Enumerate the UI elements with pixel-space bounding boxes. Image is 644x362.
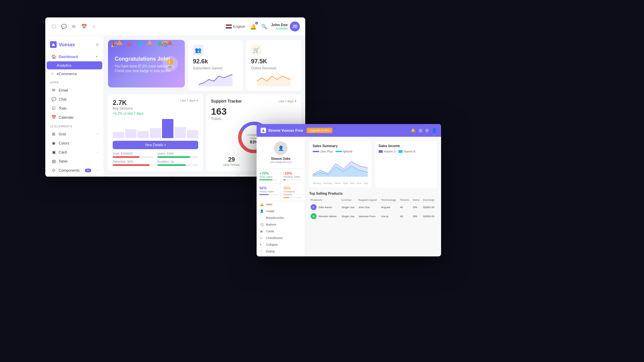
subscribers-value: 92.6k: [193, 58, 238, 65]
star-icon[interactable]: ☆: [91, 23, 97, 29]
svg-marker-5: [157, 41, 162, 46]
goal-section2: Retention: 90% Duration: 1yr: [113, 160, 198, 166]
sales-summary-chart: [313, 155, 368, 181]
overlay-menu-dialog[interactable]: □ Dialog: [257, 248, 305, 255]
top-selling-table: Products License Support Agent Technolog…: [309, 197, 437, 221]
xiaomib-legend: Xiaomi B: [398, 150, 416, 153]
overlay-user-avatar: 👤: [274, 141, 287, 155]
monthly-sales-bar: [283, 179, 302, 180]
sessions-change: +5.2% vs last 7 days: [113, 112, 198, 115]
view-details-button[interactable]: View Details »: [113, 141, 198, 149]
sidebar-item-colors[interactable]: ◉ Colors: [47, 139, 102, 147]
total-sales-value: +70%: [259, 171, 278, 175]
orders-stat-card: 🛒 97.5K Orders Received: [246, 40, 301, 91]
overlay-menu-avatar[interactable]: 👤 Avatar: [257, 208, 305, 215]
topbar: ☐ 💬 ✉ 📅 ☆ English 🔔 1 🔍 John Doe: [45, 17, 305, 36]
sales-summary-labels: January February March April May June Ju…: [313, 182, 368, 184]
chat-bubble-icon[interactable]: 💬: [61, 23, 67, 29]
overlay-menu-cards[interactable]: ▣ Cards: [257, 228, 305, 235]
language-selector[interactable]: English: [226, 24, 245, 28]
components-badge: 21: [85, 169, 91, 172]
goal-section: Goal: $100000 Users: 100K: [113, 152, 198, 158]
sidebar-analytics-label: Analytics: [57, 63, 71, 67]
sidebar-item-table[interactable]: ▤ Table: [47, 157, 102, 166]
sessions-last-days[interactable]: Last 7 days ▾: [180, 99, 198, 102]
flag-icon: [226, 24, 232, 28]
subscribers-label: Subscribers Gained: [193, 66, 238, 70]
support-last-days[interactable]: Last 7 days ▾: [278, 99, 297, 104]
sidebar-card-label: Card: [59, 150, 67, 154]
checkboxes-label: Checkboxes: [266, 236, 283, 240]
notification-button[interactable]: 🔔 1: [249, 22, 257, 31]
sidebar-item-todo[interactable]: ☑ Todo: [47, 104, 102, 113]
oneplus-dot: [313, 151, 319, 152]
overlay-menu-collapse[interactable]: ▾ Collapse: [257, 241, 305, 248]
sidebar-components-label: Components: [59, 168, 79, 172]
overlay-menu-divider[interactable]: — Divider: [257, 255, 305, 256]
sessions-value: 2.7K: [113, 99, 133, 107]
overlay-logo-text: Xtreme Vuesax Free: [268, 128, 303, 132]
license-1: Single Use: [340, 203, 357, 212]
overlay-settings-icon[interactable]: ⚙: [425, 128, 429, 133]
todo-icon: ☑: [51, 106, 56, 111]
company-growth-fill: [283, 197, 289, 198]
search-icon[interactable]: 🔍: [261, 24, 267, 29]
sales-income-legend: Xiaomi S Xiaomi B: [379, 150, 434, 153]
sidebar-settings-icon[interactable]: ⚙: [96, 43, 99, 47]
col-products: Products: [309, 197, 340, 203]
checkbox-icon[interactable]: ☐: [51, 23, 57, 29]
sidebar-item-chat[interactable]: 💬 Chat: [47, 95, 102, 104]
overlay-grid-icon[interactable]: ⊞: [419, 128, 422, 133]
xiaomis-label: Xiaomi S: [384, 150, 396, 153]
sales-income-title: Sales Income: [379, 144, 434, 148]
oneplus-legend: One Plus: [313, 150, 333, 153]
user-avatar[interactable]: JD: [290, 21, 300, 32]
sidebar-item-components[interactable]: ⊙ Components 21 ›: [47, 166, 102, 175]
buttons-icon: ⬜: [260, 223, 264, 226]
svg-marker-6: [167, 40, 172, 45]
user-name-block: John Doe Available: [271, 23, 288, 30]
overlay-user-icon[interactable]: 👤: [432, 128, 437, 133]
upgrade-button[interactable]: Upgrade to Pro: [307, 128, 332, 133]
new-tickets-value: 29: [211, 156, 252, 163]
overlay-menu-breadcrumbs[interactable]: › Breadcrumbs: [257, 215, 305, 221]
earnings-1: $2850.06: [422, 203, 437, 212]
goal-fill: [113, 156, 140, 158]
sidebar-item-card[interactable]: ▣ Card ›: [47, 148, 102, 157]
goal-bar: [113, 156, 154, 158]
sales-1: 356: [411, 203, 422, 212]
overlay-menu-buttons[interactable]: ⬜ Buttons: [257, 221, 305, 228]
bar1: [113, 132, 124, 138]
overlay-menu-checkboxes[interactable]: ☑ Checkboxes: [257, 235, 305, 241]
user-info[interactable]: John Doe Available JD: [271, 21, 300, 32]
product-1-avatar: E: [311, 204, 317, 210]
overlay-stat-monthly-sales: -10% Monthly Sales: [281, 169, 305, 183]
subscribers-chart: [193, 73, 238, 86]
sidebar-item-email[interactable]: ✉ Email: [47, 86, 102, 95]
topbar-right: English 🔔 1 🔍 John Doe Available JD: [226, 21, 300, 32]
sessions-title-block: 2.7K Avg Sessions: [113, 99, 133, 110]
avatar-label: Avatar: [266, 209, 275, 213]
sidebar-item-dashboard[interactable]: 🏠 Dashboard ▾: [47, 52, 102, 61]
mail-icon[interactable]: ✉: [71, 23, 77, 29]
svg-marker-4: [147, 40, 152, 45]
dialog-label: Dialog: [266, 250, 275, 253]
calendar-icon[interactable]: 📅: [81, 23, 87, 29]
bar2: [125, 129, 137, 138]
product-2-avatar: M: [311, 213, 317, 219]
overlay-menu-alert[interactable]: 🔔 Alert: [257, 201, 305, 208]
sidebar-item-analytics[interactable]: Analytics: [47, 61, 102, 69]
sidebar-item-calendar[interactable]: 📅 Calendar: [47, 113, 102, 122]
label-mar: March: [334, 182, 341, 184]
sidebar-ecommerce-label: eCommerce: [57, 72, 77, 76]
company-growth-bar: [283, 197, 302, 198]
sidebar-item-ecommerce[interactable]: eCommerce: [47, 70, 102, 78]
overlay-left-panel: 👤 Steave Jobs varun@gmail.com +70% Total…: [257, 137, 305, 256]
svg-marker-0: [52, 43, 55, 46]
language-label: English: [233, 24, 245, 28]
subscribers-icon: 👥: [193, 45, 204, 55]
table-row: M Monster Admin Single Use Vanessa Form …: [309, 212, 437, 221]
sidebar-item-grid[interactable]: ⊞ Grid ›: [47, 130, 102, 138]
product-1: E Elite Admin: [309, 203, 340, 212]
overlay-bell-icon[interactable]: 🔔: [411, 128, 416, 133]
